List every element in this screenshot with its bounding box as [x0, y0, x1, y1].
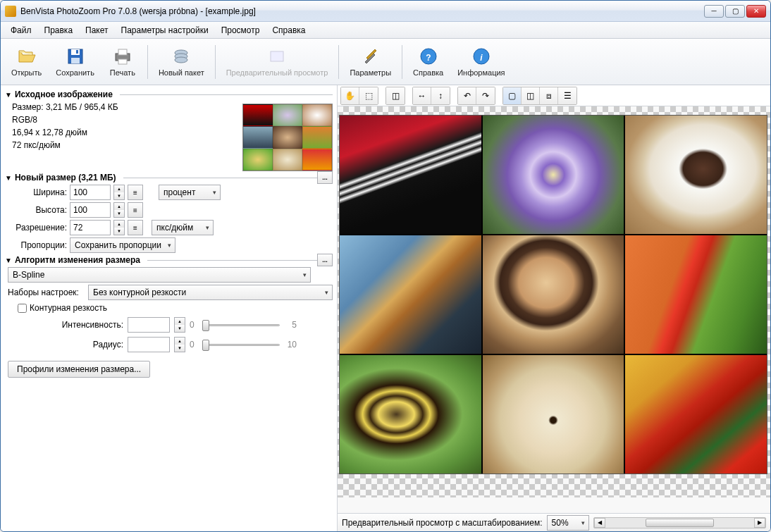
menu-file[interactable]: Файл — [5, 23, 37, 37]
menu-edit[interactable]: Правка — [39, 23, 79, 37]
toolbar: Открыть Сохранить Печать Новый пакет Пре… — [1, 39, 770, 85]
newsize-section-header[interactable]: ▼ Новый размер (3,21 МБ) ... — [5, 173, 333, 183]
height-label: Высота: — [11, 205, 67, 215]
view-split-v-button[interactable]: ⧈ — [540, 87, 558, 104]
zoom-label: Предварительный просмотр с масштабирован… — [342, 518, 543, 528]
help-label: Справка — [413, 68, 443, 77]
flip-vertical-button[interactable]: ↕ — [431, 87, 450, 104]
svg-text:?: ? — [426, 53, 431, 63]
radius-slider[interactable] — [202, 338, 280, 351]
intensity-slider[interactable] — [202, 318, 280, 331]
radius-spinner[interactable]: ▲▼ — [174, 337, 185, 352]
floppy-icon — [66, 47, 85, 66]
help-button[interactable]: ? Справка — [407, 43, 450, 80]
size-unit-combo[interactable]: процент — [159, 185, 221, 200]
crop-tool-button[interactable]: ◫ — [386, 87, 405, 104]
intensity-min: 0 — [190, 320, 198, 330]
unsharp-checkbox[interactable] — [18, 304, 27, 313]
view-split-h-button[interactable]: ◫ — [522, 87, 540, 104]
unsharp-label: Контурная резкость — [30, 303, 107, 313]
source-section-header[interactable]: ▼ Исходное изображение — [5, 89, 333, 99]
width-spinner[interactable]: ▲▼ — [113, 185, 125, 200]
rotate-left-button[interactable]: ↶ — [458, 87, 476, 104]
resolution-lock-button[interactable]: ≡ — [128, 220, 143, 235]
params-button[interactable]: Параметры — [343, 43, 397, 80]
source-thumbnail[interactable] — [242, 104, 333, 171]
preview-button[interactable]: Предварительный просмотр — [220, 43, 335, 80]
radius-input[interactable] — [128, 337, 170, 352]
newbatch-button[interactable]: Новый пакет — [152, 43, 211, 80]
maximize-button[interactable]: ▢ — [725, 5, 745, 18]
rotate-right-button[interactable]: ↷ — [476, 87, 495, 104]
horizontal-scrollbar[interactable]: ◀ ▶ — [593, 517, 766, 528]
preview-bottom-bar: Предварительный просмотр с масштабирован… — [338, 513, 770, 531]
intensity-label: Интенсивность: — [11, 320, 123, 330]
presets-label: Наборы настроек: — [8, 287, 85, 297]
radius-label: Радиус: — [11, 340, 123, 349]
presets-combo[interactable]: Без контурной резкости — [88, 285, 333, 300]
algorithm-combo[interactable]: B-Spline — [8, 267, 311, 283]
menu-batch[interactable]: Пакет — [80, 23, 113, 37]
svg-rect-3 — [76, 50, 78, 54]
zoom-value: 50% — [552, 518, 569, 528]
menu-help[interactable]: Справка — [266, 23, 311, 37]
scroll-left-button[interactable]: ◀ — [594, 518, 605, 528]
radius-min: 0 — [190, 340, 198, 349]
resize-profiles-button[interactable]: Профили изменения размера... — [8, 361, 150, 378]
radius-max: 10 — [284, 340, 297, 349]
width-input[interactable] — [70, 185, 111, 200]
preview-label: Предварительный просмотр — [226, 68, 328, 77]
resolution-spinner[interactable]: ▲▼ — [113, 220, 125, 235]
select-tool-button[interactable]: ⬚ — [359, 87, 378, 104]
aspect-label: Пропорции: — [11, 240, 67, 250]
view-single-button[interactable]: ▢ — [503, 87, 522, 104]
save-label: Сохранить — [56, 68, 94, 77]
scroll-thumb[interactable] — [646, 519, 714, 527]
source-dpi: 72 пкс/дюйм — [12, 140, 242, 150]
resolution-unit-combo[interactable]: пкс/дюйм — [152, 220, 214, 235]
source-header-label: Исходное изображение — [15, 89, 113, 99]
titlebar[interactable]: BenVista PhotoZoom Pro 7.0.8 (wersja pró… — [1, 1, 770, 22]
info-label: Информация — [457, 68, 505, 77]
zoom-combo[interactable]: 50% — [547, 515, 589, 531]
scroll-right-button[interactable]: ▶ — [754, 518, 765, 528]
menu-view[interactable]: Просмотр — [216, 23, 266, 37]
algorithm-value: B-Spline — [13, 270, 44, 280]
preview-image — [339, 115, 767, 474]
tools-icon — [361, 47, 381, 66]
menu-settings[interactable]: Параметры настройки — [116, 23, 214, 37]
source-mode: RGB/8 — [12, 115, 242, 125]
right-panel: ✋ ⬚ ◫ ↔ ↕ ↶ ↷ ▢ ◫ ⧈ ☰ — [338, 85, 770, 531]
newsize-more-button[interactable]: ... — [317, 171, 333, 184]
aspect-combo[interactable]: Сохранить пропорции — [70, 237, 175, 253]
app-icon — [5, 6, 16, 17]
svg-rect-2 — [71, 58, 80, 63]
resolution-unit-value: пкс/дюйм — [156, 223, 193, 233]
menubar: Файл Правка Пакет Параметры настройки Пр… — [1, 22, 770, 39]
svg-rect-6 — [118, 59, 127, 64]
view-stack-button[interactable]: ☰ — [558, 87, 576, 104]
open-button[interactable]: Открыть — [5, 43, 48, 80]
close-button[interactable]: ✕ — [746, 5, 766, 18]
algo-section-header[interactable]: ▼ Алгоритм изменения размера ... — [5, 255, 333, 265]
width-lock-button[interactable]: ≡ — [128, 185, 143, 200]
resolution-input[interactable] — [70, 220, 111, 235]
flip-horizontal-button[interactable]: ↔ — [413, 87, 431, 104]
info-button[interactable]: i Информация — [451, 43, 511, 80]
preview-area[interactable] — [338, 106, 770, 513]
height-input[interactable] — [70, 202, 111, 218]
intensity-input[interactable] — [128, 317, 170, 333]
height-spinner[interactable]: ▲▼ — [113, 202, 125, 218]
minimize-button[interactable]: ─ — [704, 5, 724, 18]
save-button[interactable]: Сохранить — [49, 43, 101, 80]
intensity-max: 5 — [284, 320, 297, 330]
svg-rect-5 — [118, 49, 127, 55]
width-label: Ширина: — [11, 187, 67, 197]
hand-tool-button[interactable]: ✋ — [341, 87, 359, 104]
height-lock-button[interactable]: ≡ — [128, 202, 143, 218]
intensity-spinner[interactable]: ▲▼ — [174, 317, 185, 333]
algo-more-button[interactable]: ... — [317, 254, 333, 266]
collapse-arrow-icon: ▼ — [5, 91, 12, 99]
print-button[interactable]: Печать — [102, 43, 143, 80]
presets-value: Без контурной резкости — [93, 287, 186, 297]
